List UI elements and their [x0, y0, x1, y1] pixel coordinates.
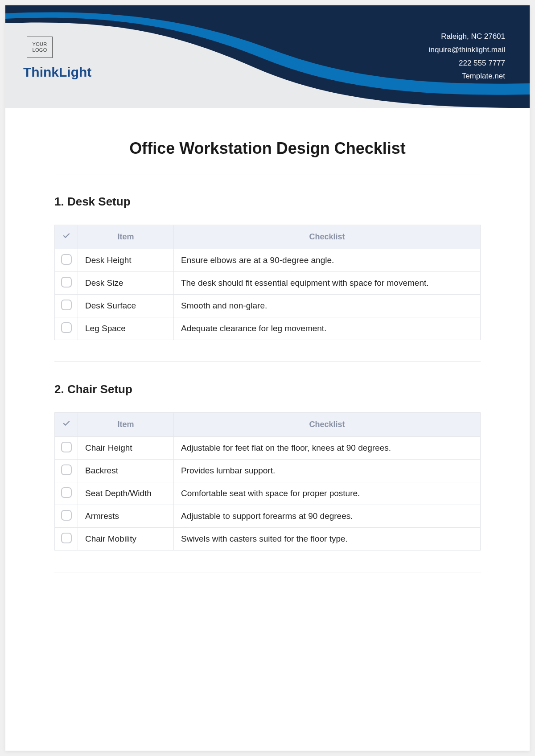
table-row: Leg Space Adequate clearance for leg mov…: [55, 317, 481, 340]
checkbox[interactable]: [61, 322, 72, 333]
checkbox[interactable]: [61, 277, 72, 288]
checkbox[interactable]: [61, 487, 72, 498]
item-text: Ensure elbows are at a 90-degree angle.: [174, 249, 481, 272]
item-name: Chair Mobility: [78, 528, 174, 551]
contact-block: Raleigh, NC 27601 inquire@thinklight.mai…: [429, 30, 505, 83]
item-text: The desk should fit essential equipment …: [174, 272, 481, 295]
section-heading: 1. Desk Setup: [54, 195, 481, 209]
item-text: Adequate clearance for leg movement.: [174, 317, 481, 340]
contact-address: Raleigh, NC 27601: [429, 30, 505, 43]
column-check: [55, 413, 78, 437]
column-checklist: Checklist: [174, 413, 481, 437]
item-text: Swivels with casters suited for the floo…: [174, 528, 481, 551]
item-name: Desk Surface: [78, 295, 174, 317]
item-name: Armrests: [78, 505, 174, 528]
content: Office Workstation Design Checklist 1. D…: [5, 108, 530, 572]
item-text: Comfortable seat with space for proper p…: [174, 482, 481, 505]
contact-site: Template.net: [429, 70, 505, 83]
checklist-table: Item Checklist Chair Height Adjustable f…: [54, 412, 481, 551]
table-row: Desk Surface Smooth and non-glare.: [55, 295, 481, 317]
item-name: Desk Size: [78, 272, 174, 295]
table-row: Desk Size The desk should fit essential …: [55, 272, 481, 295]
column-item: Item: [78, 413, 174, 437]
table-row: Armrests Adjustable to support forearms …: [55, 505, 481, 528]
checkbox[interactable]: [61, 300, 72, 310]
table-header-row: Item Checklist: [55, 225, 481, 249]
column-check: [55, 225, 78, 249]
divider: [54, 572, 481, 572]
header: YOUR LOGO ThinkLight Raleigh, NC 27601 i…: [5, 5, 530, 108]
table-header-row: Item Checklist: [55, 413, 481, 437]
item-name: Backrest: [78, 460, 174, 482]
item-name: Seat Depth/Width: [78, 482, 174, 505]
checklist-table: Item Checklist Desk Height Ensure elbows…: [54, 225, 481, 340]
item-name: Desk Height: [78, 249, 174, 272]
item-name: Chair Height: [78, 437, 174, 460]
table-row: Backrest Provides lumbar support.: [55, 460, 481, 482]
item-text: Smooth and non-glare.: [174, 295, 481, 317]
item-text: Adjustable for feet flat on the floor, k…: [174, 437, 481, 460]
checkbox[interactable]: [61, 510, 72, 521]
column-item: Item: [78, 225, 174, 249]
item-name: Leg Space: [78, 317, 174, 340]
brand-name: ThinkLight: [23, 65, 91, 80]
page-title: Office Workstation Design Checklist: [54, 139, 481, 158]
table-row: Chair Height Adjustable for feet flat on…: [55, 437, 481, 460]
section-chair-setup: 2. Chair Setup Item Checklist: [54, 362, 481, 572]
logo-placeholder: YOUR LOGO: [27, 37, 53, 58]
document-page: YOUR LOGO ThinkLight Raleigh, NC 27601 i…: [5, 5, 530, 751]
table-row: Desk Height Ensure elbows are at a 90-de…: [55, 249, 481, 272]
checkbox[interactable]: [61, 254, 72, 265]
contact-email: inquire@thinklight.mail: [429, 43, 505, 57]
table-row: Seat Depth/Width Comfortable seat with s…: [55, 482, 481, 505]
column-checklist: Checklist: [174, 225, 481, 249]
checkbox[interactable]: [61, 533, 72, 543]
table-row: Chair Mobility Swivels with casters suit…: [55, 528, 481, 551]
item-text: Provides lumbar support.: [174, 460, 481, 482]
check-icon: [62, 232, 70, 242]
checkbox[interactable]: [61, 464, 72, 475]
item-text: Adjustable to support forearms at 90 deg…: [174, 505, 481, 528]
logo-text: YOUR LOGO: [33, 41, 47, 53]
contact-phone: 222 555 7777: [429, 57, 505, 70]
section-heading: 2. Chair Setup: [54, 382, 481, 396]
section-desk-setup: 1. Desk Setup Item Checklist: [54, 174, 481, 362]
check-icon: [62, 419, 70, 430]
checkbox[interactable]: [61, 442, 72, 452]
